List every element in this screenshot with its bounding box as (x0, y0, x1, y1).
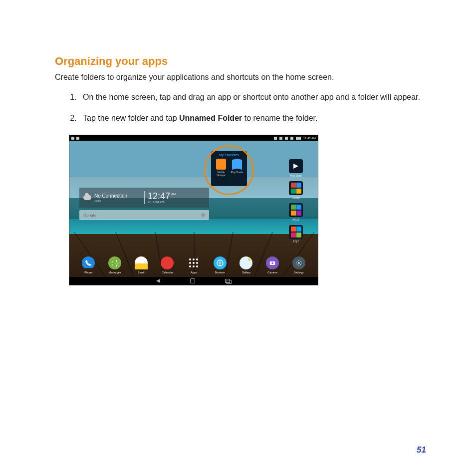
dock-row: Phone : ) Messages Email Calendar Apps B… (69, 256, 318, 274)
settings-icon (292, 256, 305, 269)
bluetooth-icon (274, 137, 277, 140)
step-2-pre: Tap the new folder and tap (83, 114, 179, 122)
nav-back-icon[interactable] (156, 279, 160, 283)
camera-icon (266, 256, 279, 269)
apps-icon (187, 256, 200, 269)
folder-app-hotspot[interactable]: Mobile Hotspot (215, 159, 228, 177)
google-search-bar[interactable]: Google (79, 210, 209, 220)
folder-app-playbooks[interactable]: Play Books (231, 159, 243, 177)
app-messages[interactable]: : ) Messages (106, 256, 124, 274)
status-notification-icon (76, 137, 79, 140)
wifi-icon (285, 137, 288, 140)
intro-text: Create folders to organize your applicat… (55, 73, 426, 82)
page-number: 51 (417, 445, 426, 455)
folder-play-store[interactable]: Play Store (289, 159, 303, 177)
app-browser[interactable]: Browser (211, 256, 229, 274)
browser-icon (214, 256, 227, 269)
app-label: Email (132, 271, 150, 274)
weather-clock-widget[interactable]: No Connection ⊘OFF 12:47 AM Fri, 1/2/197… (79, 188, 209, 208)
app-apps[interactable]: Apps (185, 256, 203, 274)
steps-list: On the home screen, tap and drag an app … (55, 93, 426, 123)
step-2: Tap the new folder and tap Unnamed Folde… (79, 114, 426, 123)
app-gallery[interactable]: Gallery (237, 256, 255, 274)
svg-point-5 (196, 262, 198, 264)
app-settings[interactable]: Settings (289, 256, 308, 274)
folder-app-label: Mobile Hotspot (215, 171, 228, 177)
app-phone[interactable]: Phone (79, 256, 98, 274)
clock-date: Fri, 1/2/1970 (148, 201, 165, 204)
navigation-bar (69, 277, 318, 285)
svg-point-6 (189, 265, 191, 267)
folder-label: ASUS (289, 218, 303, 221)
folder-google[interactable]: Google (289, 181, 303, 199)
status-time: 12:47 AM (303, 137, 316, 140)
svg-point-11 (271, 262, 273, 264)
svg-point-12 (298, 262, 300, 264)
play-books-icon (232, 159, 242, 170)
svg-point-8 (196, 265, 198, 267)
folder-title[interactable]: My Favorites (213, 153, 245, 157)
battery-icon (296, 137, 301, 140)
sim-icon (290, 137, 293, 140)
folder-label: AT&T (289, 240, 303, 243)
connection-status: No Connection (94, 193, 127, 199)
step-2-bold: Unnamed Folder (179, 114, 242, 122)
messages-icon: : ) (108, 256, 121, 269)
app-label: Apps (185, 271, 203, 274)
email-icon (135, 256, 148, 269)
step-2-post: to rename the folder. (242, 114, 317, 122)
folder-app-label: Play Books (231, 171, 243, 174)
svg-point-7 (193, 265, 195, 267)
status-notification-icon (71, 137, 74, 140)
svg-point-4 (193, 262, 195, 264)
mic-icon[interactable] (201, 213, 205, 217)
folder-popup[interactable]: My Favorites Mobile Hotspot Play Books (211, 151, 247, 186)
phone-icon (82, 256, 95, 269)
status-bar: 12:47 AM (69, 135, 318, 141)
folder-att[interactable]: AT&T (289, 225, 303, 243)
app-label: Calendar (158, 271, 177, 274)
folder-label: Play Store (289, 174, 303, 177)
app-label: Messages (106, 271, 124, 274)
gallery-icon (239, 256, 252, 269)
tablet-screenshot: 12:47 AM No Connection ⊘OFF 12:47 AM Fri… (69, 135, 318, 285)
app-label: Settings (289, 271, 308, 274)
step-1: On the home screen, tap and drag an app … (79, 93, 426, 102)
folder-label: Google (289, 196, 303, 199)
airplane-icon (279, 137, 282, 140)
search-placeholder: Google (83, 213, 96, 218)
mobile-hotspot-icon (216, 159, 226, 170)
nav-home-icon[interactable] (190, 278, 195, 283)
folder-asus[interactable]: ASUS (289, 203, 303, 221)
svg-point-3 (189, 262, 191, 264)
section-heading: Organizing your apps (55, 55, 426, 68)
app-label: Phone (79, 271, 98, 274)
app-email[interactable]: Email (132, 256, 150, 274)
nav-recent-icon[interactable] (225, 279, 231, 283)
svg-point-2 (196, 258, 198, 260)
right-folders-column: Play Store Google ASUS AT&T (285, 159, 307, 243)
svg-point-1 (193, 258, 195, 260)
svg-point-0 (189, 258, 191, 260)
app-label: Camera (263, 271, 282, 274)
app-label: Browser (211, 271, 229, 274)
cloud-icon (83, 195, 91, 200)
app-label: Gallery (237, 271, 255, 274)
app-camera[interactable]: Camera (263, 256, 282, 274)
weather-off-label: ⊘OFF (94, 200, 127, 203)
clock-time: 12:47 (148, 192, 170, 201)
clock-ampm: AM (171, 193, 176, 196)
app-calendar[interactable]: Calendar (158, 256, 177, 274)
calendar-icon (161, 256, 174, 269)
